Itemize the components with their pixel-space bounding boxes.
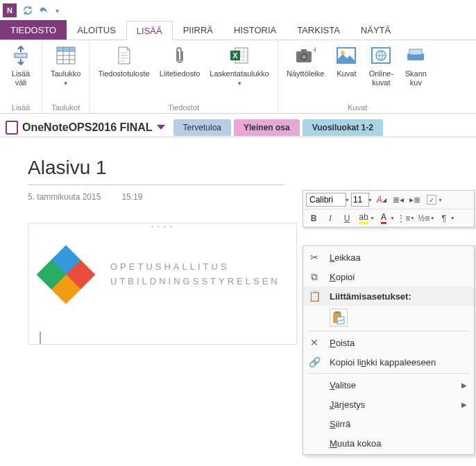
- tab-home[interactable]: ALOITUS: [67, 20, 126, 40]
- copy-icon: ⧉: [307, 271, 321, 283]
- attachment-button[interactable]: Liitetiedosto: [155, 43, 205, 89]
- menu-select[interactable]: Valitse ▶: [303, 375, 474, 395]
- qat-dropdown-icon[interactable]: ▾: [56, 7, 59, 15]
- bullets-dropdown-icon[interactable]: ▼: [410, 216, 415, 221]
- font-size-dropdown-icon[interactable]: ▼: [368, 198, 373, 202]
- svg-rect-16: [409, 49, 422, 55]
- menu-copy-link[interactable]: 🔗 Kopioi linkki kappaleeseen: [303, 352, 474, 372]
- screen-clip-button[interactable]: + Näyttöleike: [282, 43, 328, 89]
- table-icon: [55, 44, 77, 67]
- mini-toolbar: ▼ ▼ A◢ ≣◂ ▸≣ ✓ ▼ B I U ab ▼ A ▼ ⋮≡ ▼ ½≡ …: [303, 190, 475, 227]
- svg-rect-2: [57, 47, 75, 51]
- menu-separator: [307, 373, 470, 374]
- pictures-button[interactable]: Kuvat: [330, 43, 363, 89]
- font-color-dropdown-icon[interactable]: ▼: [390, 216, 395, 221]
- ribbon-tabstrip: TIEDOSTO ALOITUS LISÄÄ PIIRRÄ HISTORIA T…: [0, 21, 476, 40]
- todo-tag-icon[interactable]: ✓: [424, 192, 439, 207]
- delete-icon: ✕: [307, 337, 321, 348]
- svg-rect-0: [15, 53, 27, 58]
- screen-clip-label: Näyttöleike: [287, 69, 324, 78]
- menu-order[interactable]: Järjestys ▶: [303, 395, 474, 414]
- highlight-dropdown-icon[interactable]: ▼: [370, 216, 375, 221]
- online-pictures-button[interactable]: Online- kuvat: [364, 43, 398, 89]
- scanner-button[interactable]: Skann kuv: [399, 43, 432, 89]
- paste-options-row: [303, 306, 474, 329]
- svg-text:X: X: [232, 51, 238, 60]
- menu-resize[interactable]: Muuta kokoa: [303, 433, 474, 453]
- font-name-dropdown-icon[interactable]: ▼: [345, 198, 350, 202]
- paste-keep-formatting-button[interactable]: [330, 309, 348, 327]
- insert-space-button[interactable]: Lisää väli: [4, 43, 37, 89]
- scanner-label: Skann kuv: [405, 69, 427, 87]
- section-bar: OneNoteOPS2016 FINAL Tervetuloa Yleinen …: [0, 118, 476, 137]
- menu-paste-header: 📋 Liittämisasetukset:: [303, 286, 474, 306]
- bullets-button[interactable]: ⋮≡: [396, 211, 411, 226]
- tab-view[interactable]: NÄYTÄ: [350, 20, 401, 40]
- page-title[interactable]: Alasivu 1: [28, 157, 476, 179]
- title-bar: N ▾: [0, 0, 476, 21]
- clear-formatting-icon[interactable]: A◢: [374, 192, 389, 207]
- font-name-input[interactable]: [306, 193, 346, 207]
- page-time[interactable]: 15:19: [121, 192, 142, 202]
- chevron-down-icon: [157, 125, 165, 130]
- page-date[interactable]: 5. tammikuuta 2015: [28, 192, 101, 202]
- undo-icon[interactable]: [39, 5, 50, 16]
- insert-space-icon: [10, 44, 32, 67]
- increase-indent-icon[interactable]: ▸≣: [407, 192, 423, 207]
- submenu-arrow-icon: ▶: [461, 381, 467, 389]
- attachment-label: Liitetiedosto: [160, 69, 201, 78]
- notebook-name: OneNoteOPS2016 FINAL: [22, 121, 153, 134]
- online-pictures-label: Online- kuvat: [369, 69, 393, 87]
- group-title-insert: Lisää: [4, 102, 37, 112]
- group-title-tables: Taulukot: [46, 102, 85, 112]
- drag-handle-icon[interactable]: • • • •: [28, 223, 296, 230]
- section-tab-general[interactable]: Yleinen osa: [234, 119, 300, 136]
- svg-point-8: [302, 55, 306, 59]
- sync-icon[interactable]: [22, 5, 33, 16]
- section-tab-welcome[interactable]: Tervetuloa: [173, 119, 231, 136]
- menu-move[interactable]: Siirrä: [303, 414, 474, 433]
- styles-button[interactable]: ¶: [436, 211, 452, 226]
- numbering-button[interactable]: ½≡: [416, 211, 432, 226]
- file-printout-icon: [113, 44, 135, 67]
- notebook-icon: [6, 121, 18, 135]
- menu-copy[interactable]: ⧉ Kopioi: [303, 267, 474, 286]
- insert-space-label: Lisää väli: [12, 69, 30, 87]
- tab-history[interactable]: HISTORIA: [223, 20, 287, 40]
- tab-file[interactable]: TIEDOSTO: [0, 20, 67, 40]
- text-cursor: [40, 331, 41, 344]
- menu-delete[interactable]: ✕ Poista: [303, 333, 474, 352]
- app-icon: N: [3, 3, 17, 17]
- bold-button[interactable]: B: [306, 211, 321, 226]
- online-picture-icon: [370, 44, 392, 67]
- decrease-indent-icon[interactable]: ≣◂: [391, 192, 406, 207]
- spreadsheet-button[interactable]: X Laskentataulukko▼: [205, 43, 273, 89]
- underline-button[interactable]: U: [339, 211, 355, 226]
- clipboard-icon: 📋: [307, 291, 321, 302]
- tab-draw[interactable]: PIIRRÄ: [173, 20, 223, 40]
- menu-cut[interactable]: ✂ LLeikkaaeikkaa: [303, 248, 474, 267]
- table-label: Taulukko▼: [51, 69, 80, 87]
- file-printout-button[interactable]: Tiedostotuloste: [94, 43, 153, 89]
- tab-review[interactable]: TARKISTA: [287, 20, 350, 40]
- content-container[interactable]: • • • • OPETUSHALLITUS UTBILDNINGSSTYREL…: [28, 223, 297, 345]
- menu-separator: [307, 331, 470, 331]
- font-color-button[interactable]: A: [376, 211, 391, 226]
- italic-button[interactable]: I: [323, 211, 338, 226]
- tag-dropdown-icon[interactable]: ▼: [438, 198, 443, 202]
- tab-insert[interactable]: LISÄÄ: [126, 21, 173, 40]
- scissors-icon: ✂: [307, 252, 321, 263]
- font-size-input[interactable]: [351, 193, 369, 207]
- logo-text: OPETUSHALLITUS UTBILDNINGSSTYRELSEN: [110, 260, 280, 289]
- logo-image[interactable]: [35, 244, 96, 305]
- numbering-dropdown-icon[interactable]: ▼: [430, 216, 435, 221]
- styles-dropdown-icon[interactable]: ▼: [450, 216, 455, 221]
- camera-icon: +: [294, 44, 316, 67]
- paperclip-icon: [169, 44, 191, 67]
- context-menu: ✂ LLeikkaaeikkaa ⧉ Kopioi 📋 Liittämisase…: [303, 245, 475, 455]
- scanner-icon: [405, 44, 427, 67]
- table-button[interactable]: Taulukko▼: [46, 43, 85, 89]
- highlight-button[interactable]: ab: [356, 211, 371, 226]
- notebook-picker[interactable]: OneNoteOPS2016 FINAL: [0, 121, 171, 135]
- section-tab-grades[interactable]: Vuosiluokat 1-2: [303, 119, 383, 136]
